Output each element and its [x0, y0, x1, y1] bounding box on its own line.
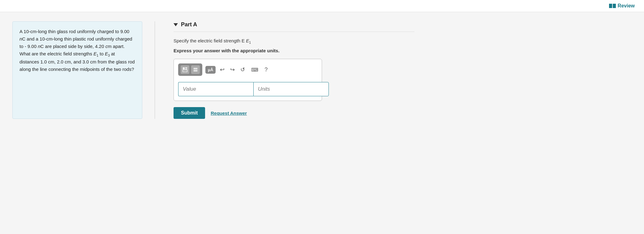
- collapse-chevron[interactable]: [174, 23, 178, 26]
- reset-btn[interactable]: ↺: [239, 65, 246, 74]
- template-icon-btn[interactable]: [181, 65, 189, 74]
- request-answer-button[interactable]: Request Answer: [211, 110, 247, 116]
- top-bar: Review: [0, 0, 644, 12]
- part-header: Part A: [174, 21, 414, 32]
- submit-label: Submit: [181, 110, 198, 115]
- redo-btn[interactable]: ↪: [229, 65, 236, 74]
- part-title: Part A: [181, 21, 197, 28]
- keyboard-icon: ⌨: [251, 67, 258, 72]
- svg-rect-0: [183, 67, 185, 69]
- request-answer-label: Request Answer: [211, 110, 247, 116]
- review-button[interactable]: Review: [609, 3, 635, 9]
- template-btn-group: [178, 63, 202, 76]
- actions-row: Submit Request Answer: [174, 107, 414, 119]
- svg-rect-1: [185, 67, 187, 68]
- input-fields-row: [178, 82, 317, 96]
- value-input[interactable]: [178, 82, 253, 96]
- svg-rect-4: [194, 68, 198, 69]
- main-content: A 10-cm-long thin glass rod uniformly ch…: [0, 12, 433, 128]
- undo-icon: ↩: [220, 67, 225, 73]
- undo-btn[interactable]: ↩: [219, 65, 226, 74]
- redo-icon: ↪: [230, 67, 235, 73]
- reset-icon: ↺: [240, 67, 245, 73]
- review-label: Review: [618, 3, 635, 9]
- units-input[interactable]: [253, 82, 329, 96]
- instruction-text: Express your answer with the appropriate…: [174, 48, 414, 53]
- symbol-btn[interactable]: μÅ: [205, 66, 216, 74]
- svg-rect-6: [194, 71, 198, 72]
- svg-rect-2: [185, 69, 187, 69]
- vertical-divider: [155, 21, 155, 119]
- help-btn[interactable]: ?: [263, 65, 269, 74]
- question-panel: A 10-cm-long thin glass rod uniformly ch…: [12, 21, 142, 119]
- answer-panel: Part A Specify the electric field streng…: [167, 21, 421, 119]
- fraction-icon-btn[interactable]: [191, 65, 200, 74]
- submit-button[interactable]: Submit: [174, 107, 205, 119]
- part-question-text: Specify the electric field strength E E1: [174, 38, 414, 44]
- question-text: A 10-cm-long thin glass rod uniformly ch…: [19, 28, 135, 73]
- help-icon: ?: [264, 67, 268, 73]
- toolbar: μÅ ↩ ↪ ↺ ⌨ ?: [178, 63, 317, 78]
- keyboard-btn[interactable]: ⌨: [249, 66, 260, 74]
- review-icon: [609, 4, 616, 8]
- answer-input-container: μÅ ↩ ↪ ↺ ⌨ ?: [174, 59, 322, 101]
- sym-label: μÅ: [208, 67, 213, 72]
- svg-rect-3: [183, 70, 187, 72]
